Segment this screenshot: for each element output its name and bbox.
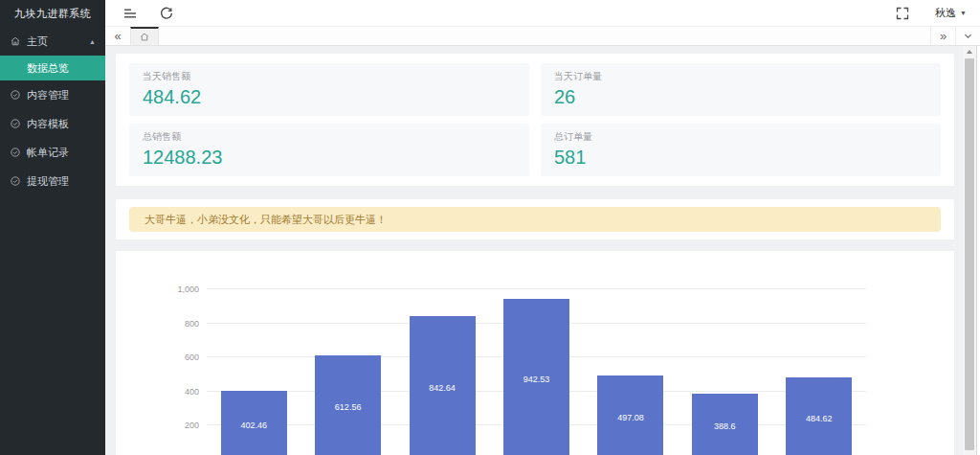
sidebar-item-bill-records[interactable]: 帐单记录 — [0, 138, 105, 167]
sidebar-item-label: 帐单记录 — [27, 146, 69, 160]
bar-slot: 942.53 — [489, 289, 583, 455]
bar-value-label: 388.6 — [692, 394, 758, 455]
bar-2023-09-09: 842.64 — [410, 316, 476, 455]
tab-home[interactable] — [130, 27, 159, 45]
stat-today-orders: 当天订单量 26 — [541, 63, 941, 116]
content: 当天销售额 484.62 当天订单量 26 总销售额 12488.23 总订单量… — [105, 46, 980, 455]
bar-2023-09-10: 942.53 — [503, 299, 569, 455]
bar-2023-09-13: 484.62 — [786, 377, 852, 455]
sidebar-item-home[interactable]: 主页 ▲ — [0, 27, 105, 56]
tabbar-controls: » — [930, 27, 980, 45]
scrollbar-thumb[interactable] — [965, 58, 974, 450]
refresh-icon[interactable] — [159, 6, 174, 21]
sidebar: 九块九进群系统 主页 ▲ 数据总览 内容管理 内容模板 帐单记录 提现管理 — [0, 0, 105, 455]
tabs-scroll-right-icon[interactable]: » — [930, 27, 955, 45]
y-axis-tick-label: 1,000 — [177, 284, 199, 294]
tabbar: « » — [105, 27, 980, 46]
bar-slot: 484.62 — [772, 289, 866, 455]
collapse-menu-icon[interactable] — [122, 6, 138, 21]
topbar: 秋逸 ▼ — [105, 0, 980, 27]
tabs-menu-icon[interactable] — [955, 27, 980, 45]
sidebar-nav: 主页 ▲ 数据总览 内容管理 内容模板 帐单记录 提现管理 — [0, 27, 105, 195]
scrollbar-up-arrow-icon[interactable] — [963, 46, 976, 57]
username: 秋逸 — [935, 6, 956, 20]
y-axis-tick-label: 600 — [185, 353, 199, 362]
stat-value: 581 — [554, 147, 927, 169]
chart-plot: 02004006008001,000402.46612.56842.64942.… — [207, 289, 866, 455]
chevron-down-icon: ▼ — [960, 10, 967, 16]
bar-slot: 612.56 — [301, 289, 394, 455]
right-gutter — [976, 46, 980, 455]
fullscreen-icon[interactable] — [895, 6, 910, 21]
notice-card: 大哥牛逼，小弟没文化，只能希望大哥以后更牛逼！ — [116, 199, 954, 239]
bar-slot: 388.6 — [678, 289, 771, 455]
circle-check-icon — [10, 89, 21, 101]
main-area: 秋逸 ▼ « » 当天销售额 484.62 当天订单量 — [105, 0, 980, 455]
bar-value-label: 484.62 — [786, 377, 852, 455]
tabs-scroll-left-icon[interactable]: « — [105, 27, 130, 45]
sidebar-subitem-data-overview[interactable]: 数据总览 — [0, 56, 105, 80]
notice-banner: 大哥牛逼，小弟没文化，只能希望大哥以后更牛逼！ — [129, 207, 941, 232]
notice-text: 大哥牛逼，小弟没文化，只能希望大哥以后更牛逼！ — [145, 213, 387, 227]
circle-check-icon — [10, 118, 21, 129]
bar-value-label: 942.53 — [503, 299, 569, 455]
vertical-scrollbar[interactable] — [963, 46, 976, 455]
stat-total-orders: 总订单量 581 — [541, 124, 941, 176]
sidebar-subitem-label: 数据总览 — [27, 61, 69, 76]
home-icon — [139, 32, 150, 42]
stat-label: 当天销售额 — [143, 70, 516, 83]
stat-value: 12488.23 — [143, 147, 516, 169]
home-icon — [10, 35, 21, 47]
stat-total-sales: 总销售额 12488.23 — [129, 124, 529, 176]
topbar-right: 秋逸 ▼ — [895, 6, 967, 21]
sidebar-item-label: 主页 — [27, 34, 48, 49]
circle-check-icon — [10, 147, 21, 158]
user-menu[interactable]: 秋逸 ▼ — [935, 6, 967, 20]
bar-value-label: 402.46 — [221, 391, 287, 455]
stat-value: 484.62 — [143, 86, 516, 108]
bar-value-label: 842.64 — [410, 316, 476, 455]
bar-2023-09-07: 402.46 — [221, 391, 287, 455]
stats-grid: 当天销售额 484.62 当天订单量 26 总销售额 12488.23 总订单量… — [129, 63, 941, 176]
app-title: 九块九进群系统 — [0, 0, 105, 27]
sidebar-item-content-template[interactable]: 内容模板 — [0, 109, 105, 138]
sidebar-item-label: 提现管理 — [27, 174, 69, 189]
chevron-down-icon — [963, 31, 973, 41]
sidebar-item-label: 内容管理 — [27, 88, 69, 102]
stat-label: 当天订单量 — [554, 70, 927, 83]
bar-2023-09-08: 612.56 — [315, 355, 381, 455]
bar-value-label: 497.08 — [597, 375, 663, 455]
stat-today-sales: 当天销售额 484.62 — [129, 63, 529, 116]
y-axis-tick-label: 800 — [185, 319, 199, 329]
sidebar-item-withdraw-manage[interactable]: 提现管理 — [0, 167, 105, 195]
bar-slot: 402.46 — [207, 289, 301, 455]
stat-label: 总订单量 — [554, 130, 927, 144]
bar-slot: 497.08 — [584, 289, 678, 455]
bar-value-label: 612.56 — [315, 355, 381, 455]
stats-card: 当天销售额 484.62 当天订单量 26 总销售额 12488.23 总订单量… — [116, 54, 954, 186]
stat-label: 总销售额 — [143, 130, 516, 144]
y-axis-tick-label: 200 — [185, 421, 199, 430]
chevron-up-icon: ▲ — [89, 38, 96, 45]
bar-2023-09-12: 388.6 — [692, 394, 758, 455]
stat-value: 26 — [554, 86, 927, 108]
circle-check-icon — [10, 175, 21, 187]
chart-card: 02004006008001,000402.46612.56842.64942.… — [116, 251, 954, 455]
sidebar-item-content-manage[interactable]: 内容管理 — [0, 80, 105, 109]
bars-row: 402.46612.56842.64942.53497.08388.6484.6… — [207, 289, 866, 455]
y-axis-tick-label: 400 — [185, 387, 199, 397]
bar-2023-09-11: 497.08 — [597, 375, 663, 455]
sidebar-item-label: 内容模板 — [27, 117, 69, 131]
bar-slot: 842.64 — [395, 289, 489, 455]
